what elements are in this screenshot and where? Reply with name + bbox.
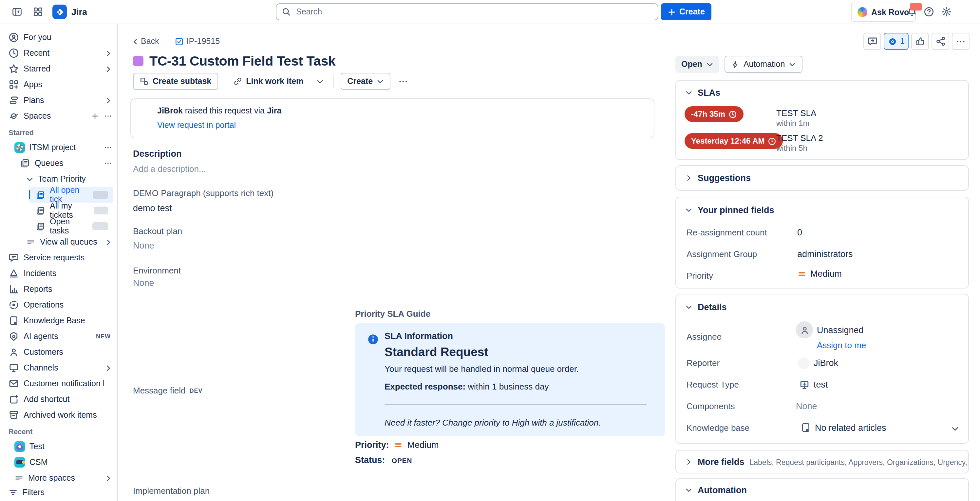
assignee-avatar[interactable] <box>796 321 813 338</box>
field-value-environment[interactable]: None <box>133 278 154 288</box>
sidebar-item-recent[interactable]: Recent <box>0 45 117 61</box>
more-actions-button[interactable] <box>395 73 412 90</box>
sidebar-item-queues[interactable]: Queues <box>0 155 117 171</box>
sidebar-item-channels[interactable]: Channels <box>0 360 117 376</box>
sidebar-item-filters[interactable]: Filters <box>0 485 132 500</box>
pinned-value[interactable]: 0 <box>797 228 802 238</box>
sidebar-item-archived-work-items[interactable]: Archived work items <box>0 407 117 423</box>
collapse-sidebar-button[interactable] <box>8 3 26 21</box>
create-subtask-button[interactable]: Create subtask <box>133 73 218 90</box>
sidebar-item-starred[interactable]: Starred <box>0 61 117 77</box>
sla-request-heading: Standard Request <box>385 345 488 359</box>
work-type-icon <box>133 56 143 66</box>
notification-badge <box>910 3 922 11</box>
field-value-demo-paragraph[interactable]: demo test <box>133 203 172 213</box>
jira-home-link[interactable]: Jira <box>50 5 87 19</box>
slas-header[interactable]: SLAs <box>685 88 720 98</box>
sidebar-group-team-priority[interactable]: Team Priority <box>0 171 117 187</box>
details-header[interactable]: Details <box>685 302 727 312</box>
info-icon <box>368 334 379 345</box>
sidebar-item-operations[interactable]: Operations <box>0 297 117 313</box>
pinned-label: Priority <box>687 271 713 281</box>
watch-button[interactable]: 1 <box>884 33 908 50</box>
bar-chart-icon <box>8 284 19 294</box>
chevron-right-icon <box>105 49 112 57</box>
pinned-priority-value[interactable]: Medium <box>797 269 842 279</box>
feedback-button[interactable] <box>863 33 881 50</box>
sidebar-item-spaces[interactable]: Spaces <box>0 108 117 124</box>
sidebar-item-customers[interactable]: Customers <box>0 344 117 360</box>
sidebar-item-for-you[interactable]: For you <box>0 30 117 45</box>
sidebar-item-more-spaces[interactable]: More spaces <box>0 470 117 486</box>
suggestions-panel: Suggestions <box>675 165 969 191</box>
settings-button[interactable] <box>937 3 956 21</box>
app-switcher-button[interactable] <box>29 3 47 21</box>
sidebar-item-reports[interactable]: Reports <box>0 281 117 297</box>
search-input[interactable] <box>295 6 652 17</box>
knowledge-base-value[interactable]: No related articles <box>815 423 886 433</box>
create-button[interactable]: Create <box>661 3 711 20</box>
queues-icon <box>20 158 30 169</box>
sidebar-queue-all-my-tickets[interactable]: All my tickets <box>29 203 113 219</box>
global-search[interactable] <box>276 3 659 20</box>
request-type-value[interactable]: test <box>814 380 828 389</box>
assign-to-me-link[interactable]: Assign to me <box>817 340 866 350</box>
chevron-down-icon <box>317 78 324 85</box>
assignee-value[interactable]: Unassigned <box>817 325 864 335</box>
sidebar-item-customer-notification[interactable]: Customer notification l <box>0 376 117 391</box>
sidebar-item-apps[interactable]: Apps <box>0 77 117 93</box>
view-request-portal-link[interactable]: View request in portal <box>157 121 236 130</box>
chevron-down-icon[interactable] <box>951 425 959 433</box>
incident-icon <box>8 268 19 279</box>
field-value-backout-plan[interactable]: None <box>133 241 154 250</box>
sidebar-item-service-requests[interactable]: Service requests <box>0 250 117 266</box>
chevron-down-icon <box>685 487 692 494</box>
sidebar-item-add-shortcut[interactable]: Add shortcut <box>0 391 117 407</box>
panel-more-button[interactable] <box>952 33 969 50</box>
sidebar-item-plans[interactable]: Plans <box>0 93 117 108</box>
sidebar-item-itsm-project[interactable]: ITSM project <box>0 140 117 155</box>
queues-more-icon[interactable] <box>104 160 112 167</box>
sidebar-item-csm-space[interactable]: CSM <box>0 455 117 470</box>
back-button[interactable]: Back <box>132 37 159 46</box>
sidebar-item-ai-agents[interactable]: AI agents NEW <box>0 329 117 344</box>
archive-icon <box>8 410 19 420</box>
status-dropdown[interactable]: Open <box>675 56 719 73</box>
request-banner: JiBrok raised this request via Jira View… <box>130 98 654 138</box>
description-placeholder[interactable]: Add a description... <box>133 164 206 174</box>
link-options-button[interactable] <box>313 73 327 90</box>
reporter-value[interactable]: JiBrok <box>814 358 838 368</box>
book-icon <box>800 422 811 433</box>
spaces-more-icon[interactable] <box>104 112 112 120</box>
pinned-fields-header[interactable]: Your pinned fields <box>685 205 774 215</box>
chevron-left-icon <box>132 38 139 45</box>
create-dropdown-button[interactable]: Create <box>340 73 390 90</box>
sidebar-queue-all-open-tick[interactable]: All open tick <box>29 187 113 203</box>
like-button[interactable] <box>911 33 929 50</box>
automation-dropdown[interactable]: Automation <box>724 56 802 73</box>
queue-count-skeleton <box>94 207 108 214</box>
automation-header[interactable]: Automation <box>685 485 747 495</box>
sidebar-item-view-all-queues[interactable]: View all queues <box>0 234 117 250</box>
work-item-key[interactable]: IP-19515 <box>175 37 220 46</box>
link-work-item-button[interactable]: Link work item <box>227 73 309 90</box>
sidebar-queue-open-tasks[interactable]: Open tasks <box>29 219 113 234</box>
components-value[interactable]: None <box>796 401 817 411</box>
add-space-icon[interactable] <box>91 112 99 120</box>
radar-icon <box>8 300 19 310</box>
sidebar-item-test-space[interactable]: Test <box>0 439 117 455</box>
priority-line: Priority: Medium <box>355 440 439 450</box>
more-fields-header[interactable]: More fields Labels, Request participants… <box>685 457 967 467</box>
list-icon <box>14 474 24 483</box>
suggestions-header[interactable]: Suggestions <box>685 173 751 183</box>
work-item-toolbar: 1 <box>863 33 969 50</box>
project-more-icon[interactable] <box>104 144 112 152</box>
sidebar-item-knowledge-base[interactable]: Knowledge Base <box>0 313 117 329</box>
sidebar-item-incidents[interactable]: Incidents <box>0 266 117 281</box>
description-heading: Description <box>133 149 182 159</box>
help-button[interactable] <box>920 3 938 21</box>
share-button[interactable] <box>932 33 949 50</box>
pinned-value[interactable]: administrators <box>797 249 853 259</box>
reporter-label: Reporter <box>687 358 720 368</box>
slas-panel: SLAs -47h 35m TEST SLA within 1m Yesterd… <box>675 80 969 160</box>
